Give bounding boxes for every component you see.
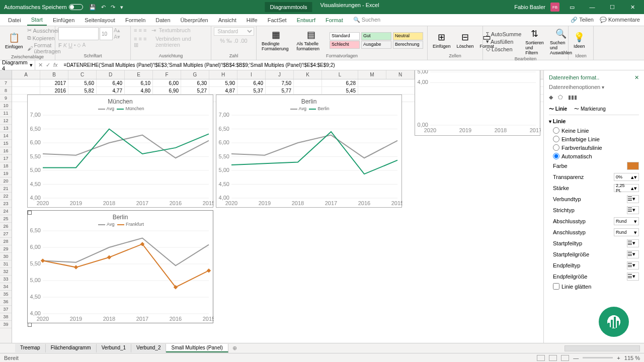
number-format-select[interactable]: Standard [214, 27, 254, 36]
insert-cells-button[interactable]: ⊞Einfügen [431, 31, 453, 50]
cell[interactable] [294, 79, 322, 86]
merge-center-button[interactable]: Verbinden und zentrieren [155, 36, 208, 48]
line-property-row[interactable]: Strichtyp☰▾ [549, 205, 639, 216]
cell[interactable] [12, 79, 40, 86]
select-all-corner[interactable] [0, 70, 12, 79]
cell[interactable] [294, 87, 322, 94]
zoom-level[interactable]: 115 % [624, 355, 640, 361]
ribbon-options-icon[interactable]: ▭ [565, 4, 580, 11]
series-options-dropdown[interactable]: Datenreihenoptionen [549, 84, 600, 90]
ribbon-tab-factset[interactable]: FactSet [264, 15, 291, 25]
paste-button[interactable]: 📋Einfügen [3, 31, 25, 50]
fill-line-icon[interactable]: ◆ [549, 94, 553, 101]
horizontal-scrollbar[interactable] [565, 345, 640, 351]
fill-button[interactable]: ▾ Ausfüllen [486, 38, 521, 45]
cell-style[interactable]: Berechnung [393, 41, 423, 49]
redo-icon[interactable]: ↷ [111, 4, 115, 11]
clear-button[interactable]: ◇ Löschen [486, 46, 521, 52]
maximize-icon[interactable]: ☐ [605, 4, 620, 11]
line-property-row[interactable]: Transparenz0%▴▾ [549, 171, 639, 183]
line-tab[interactable]: 〜 Linie [549, 106, 567, 113]
ribbon-tab-ansicht[interactable]: Ansicht [214, 15, 240, 25]
line-property-row[interactable]: AbschlusstypRund▾ [549, 216, 639, 227]
cell-style[interactable]: Schlecht [330, 41, 360, 49]
zoom-slider[interactable] [583, 357, 613, 358]
cell-style[interactable]: Standard [330, 32, 360, 40]
line-property-row[interactable]: Endpfeiltyp☰▾ [549, 260, 639, 271]
chart[interactable]: BerlinAvg Berlin 4,004,505,005,506,006,5… [216, 95, 402, 208]
line-section-header[interactable]: ▾ Linie [549, 118, 639, 124]
font-family-select[interactable] [58, 27, 99, 40]
share-button[interactable]: 🔗 Teilen [571, 17, 594, 23]
line-type-radio[interactable]: Farbverlaufslinie [549, 143, 639, 152]
user-name[interactable]: Fabio Basler [514, 4, 545, 10]
line-property-row[interactable]: Endpfeilgröße☰▾ [549, 271, 639, 282]
cell[interactable]: 4,87 [209, 87, 237, 94]
line-property-row[interactable]: Stärke2,25 Pt.▴▾ [549, 183, 639, 194]
cell[interactable]: 6,28 [322, 79, 358, 86]
line-type-radio[interactable]: Einfarbige Linie [549, 135, 639, 143]
line-type-radio[interactable]: Keine Linie [549, 126, 639, 135]
row-headers[interactable]: 7891011121314151617181920212223242526272… [0, 70, 12, 343]
marker-tab[interactable]: 〜 Markierung [574, 106, 606, 113]
ribbon-tab-daten[interactable]: Daten [151, 15, 174, 25]
cell[interactable]: 6,40 [237, 79, 266, 86]
zoom-out-button[interactable]: — [573, 355, 579, 361]
sheet-tab[interactable]: Verbund_1 [97, 344, 131, 352]
cell[interactable]: 7,50 [266, 79, 294, 86]
cell[interactable]: 5,27 [181, 87, 209, 94]
line-property-row[interactable]: Startpfeiltyp☰▾ [549, 238, 639, 249]
search-box[interactable]: 🔍 Suchen [353, 17, 380, 23]
cell[interactable]: 2017 [40, 79, 68, 86]
cell[interactable]: 2016 [40, 87, 68, 94]
conditional-format-button[interactable]: ▦Bedingte Formatierung [260, 28, 293, 52]
wrap-text-button[interactable]: Textumbruch [159, 27, 191, 34]
close-icon[interactable]: ✕ [625, 4, 640, 11]
new-sheet-button[interactable]: ⊕ [228, 344, 241, 352]
confirm-formula-icon[interactable]: ✓ [46, 62, 50, 68]
cell[interactable]: 5,60 [68, 79, 97, 86]
delete-cells-button[interactable]: ⊟Löschen [455, 31, 476, 50]
cell[interactable]: 5,82 [68, 87, 97, 94]
line-type-radio[interactable]: Automatisch [549, 152, 639, 160]
cell[interactable]: 5,45 [322, 87, 358, 94]
ribbon-tab-seitenlayout[interactable]: Seitenlayout [80, 15, 119, 25]
sheet-tab[interactable]: Small Multiples (Panel) [166, 344, 228, 352]
cell[interactable]: 5,37 [237, 87, 266, 94]
line-property-row[interactable]: AnschlusstypRund▾ [549, 227, 639, 238]
avatar[interactable]: FB [550, 3, 559, 12]
cell[interactable]: 4,80 [125, 87, 153, 94]
cell[interactable]: 5,77 [266, 87, 294, 94]
cell-style[interactable]: Ausgabe [361, 41, 391, 49]
sheet-tab[interactable]: Treemap [15, 344, 46, 352]
cell[interactable]: 6,10 [125, 79, 153, 86]
ribbon-tab-entwurf[interactable]: Entwurf [293, 15, 319, 25]
ribbon-tab-datei[interactable]: Datei [4, 15, 25, 25]
fx-icon[interactable]: fx [53, 62, 58, 68]
close-pane-icon[interactable]: ✕ [634, 74, 639, 81]
comments-button[interactable]: 💬 Kommentare [600, 17, 640, 23]
autosave-toggle[interactable]: Automatisches Speichern [4, 4, 83, 10]
page-layout-button[interactable] [549, 355, 557, 361]
cell[interactable]: 6,90 [153, 87, 181, 94]
autosum-button[interactable]: Σ AutoSumme [486, 31, 521, 37]
chart[interactable]: MünchenAvg München 4,004,505,005,506,006… [27, 95, 213, 208]
font-size-select[interactable] [100, 27, 113, 40]
formula-input[interactable]: =DATENREIHE('Small Multiples (Panel)'!$E… [61, 62, 644, 68]
ribbon-tab-format[interactable]: Format [321, 15, 347, 25]
cell[interactable]: 6,40 [97, 79, 125, 86]
cell[interactable]: 6,00 [153, 79, 181, 86]
cell-style[interactable]: Gut [361, 32, 391, 40]
ribbon-tab-einfügen[interactable]: Einfügen [49, 15, 78, 25]
ribbon-tab-start[interactable]: Start [27, 15, 47, 26]
ribbon-tab-formeln[interactable]: Formeln [121, 15, 149, 25]
minimize-icon[interactable]: — [585, 4, 600, 10]
cancel-formula-icon[interactable]: ✕ [38, 62, 43, 68]
cell[interactable]: 5,90 [209, 79, 237, 86]
page-break-button[interactable] [561, 355, 569, 361]
ribbon-tab-hilfe[interactable]: Hilfe [243, 15, 262, 25]
font-style-buttons[interactable]: F K U ▪ ◇ A [58, 42, 86, 48]
save-icon[interactable]: 💾 [89, 4, 96, 11]
cell[interactable]: 4,77 [97, 87, 125, 94]
series-options-icon[interactable]: ▮▮▮ [568, 94, 577, 101]
